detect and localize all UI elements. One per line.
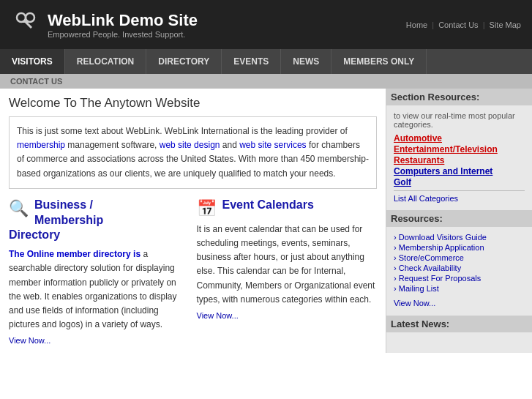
- web-design-link[interactable]: web site design: [160, 140, 220, 150]
- sidebar-cat-automotive[interactable]: Automotive: [394, 133, 525, 143]
- sidebar-resources2-heading: Resources:: [386, 210, 532, 227]
- svg-point-2: [26, 13, 34, 22]
- sidebar-download-visitors[interactable]: Download Visitors Guide: [394, 233, 525, 242]
- sidebar-availability[interactable]: Check Availability: [394, 264, 525, 272]
- events-title: Event Calendars: [197, 198, 378, 213]
- directory-title: Business /MembershipDirectory: [9, 198, 190, 243]
- events-view-now[interactable]: View Now...: [197, 311, 239, 320]
- intro-text-3: and: [220, 140, 239, 150]
- sidebar-cat-restaurants[interactable]: Restaurants: [394, 155, 525, 165]
- membership-link[interactable]: membership: [17, 140, 65, 150]
- site-tagline: Empowered People. Invested Support.: [48, 30, 198, 39]
- sidebar-cat-computers[interactable]: Computers and Internet: [394, 166, 525, 176]
- contact-us-tab[interactable]: CONTACT US: [0, 74, 72, 89]
- calendar-icon: 📅: [197, 199, 217, 218]
- sidebar-view-now[interactable]: View Now...: [394, 299, 435, 307]
- site-title: WebLink Demo Site: [48, 11, 198, 30]
- logo-icon: [11, 7, 40, 42]
- sidebar-cat-entertainment[interactable]: Entertainment/Television: [394, 144, 525, 154]
- directory-body-text: a searchable directory solution for disp…: [9, 249, 176, 329]
- sidebar-mailing-list[interactable]: Mailing List: [394, 284, 525, 293]
- nav-directory[interactable]: DIRECTORY: [146, 49, 222, 74]
- title-block: WebLink Demo Site Empowered People. Inve…: [48, 11, 198, 39]
- directory-view-now[interactable]: View Now...: [9, 336, 50, 345]
- sidebar-intro-text: to view our real-time most popular categ…: [394, 111, 525, 129]
- contact-us-link[interactable]: Contact Us: [438, 20, 478, 29]
- list-all-categories-link[interactable]: List All Categories: [394, 190, 525, 203]
- main-content-area: Welcome To The Anytown Website This is j…: [0, 89, 532, 353]
- nav-events[interactable]: EVENTS: [222, 49, 281, 74]
- events-card-inner: 📅 Event Calendars: [197, 198, 378, 218]
- sidebar-proposals[interactable]: Request For Proposals: [394, 274, 525, 283]
- sidebar: Section Resources: to view our real-time…: [386, 89, 532, 353]
- directory-card-inner: 🔍 Business /MembershipDirectory: [9, 198, 190, 243]
- directory-section: 🔍 Business /MembershipDirectory The Onli…: [9, 198, 190, 346]
- sidebar-resources-heading: Section Resources:: [386, 89, 532, 105]
- nav-visitors[interactable]: VISITORS: [0, 49, 65, 74]
- intro-text-box: This is just some text about WebLink. We…: [9, 116, 377, 189]
- page-content: Welcome To The Anytown Website This is j…: [0, 89, 386, 353]
- sidebar-resources2: Resources: Download Visitors Guide Membe…: [394, 210, 525, 308]
- search-icon: 🔍: [9, 199, 29, 218]
- sidebar-membership-app[interactable]: Membership Application: [394, 243, 525, 252]
- sidebar-cat-golf[interactable]: Golf: [394, 177, 525, 187]
- feature-sections: 🔍 Business /MembershipDirectory The Onli…: [9, 198, 377, 346]
- welcome-heading: Welcome To The Anytown Website: [9, 96, 377, 111]
- web-services-link[interactable]: web site services: [239, 140, 306, 150]
- directory-title-block: Business /MembershipDirectory: [9, 198, 190, 243]
- main-nav: VISITORS RELOCATION DIRECTORY EVENTS NEW…: [0, 49, 532, 74]
- online-member-link[interactable]: The Online member directory is: [9, 249, 141, 259]
- directory-body: The Online member directory is a searcha…: [9, 247, 190, 332]
- logo-block: WebLink Demo Site Empowered People. Inve…: [11, 7, 198, 42]
- site-header: WebLink Demo Site Empowered People. Inve…: [0, 0, 532, 49]
- intro-text-before-membership: This is just some text about WebLink. We…: [17, 126, 348, 136]
- nav-news[interactable]: NEWS: [281, 49, 331, 74]
- home-link[interactable]: Home: [406, 20, 427, 29]
- events-body: It is an event calendar that can be used…: [197, 223, 378, 307]
- nav-members-only[interactable]: MEMBERS ONLY: [331, 49, 427, 74]
- latest-news-heading: Latest News:: [386, 316, 532, 332]
- nav-relocation[interactable]: RELOCATION: [65, 49, 146, 74]
- header-nav-links: Home | Contact Us | Site Map: [406, 20, 521, 29]
- events-section: 📅 Event Calendars It is an event calenda…: [197, 198, 378, 346]
- sidebar-store[interactable]: Store/eCommerce: [394, 253, 525, 262]
- intro-text-2: management software,: [65, 140, 160, 150]
- site-map-link[interactable]: Site Map: [490, 20, 521, 29]
- contact-bar: CONTACT US: [0, 74, 532, 89]
